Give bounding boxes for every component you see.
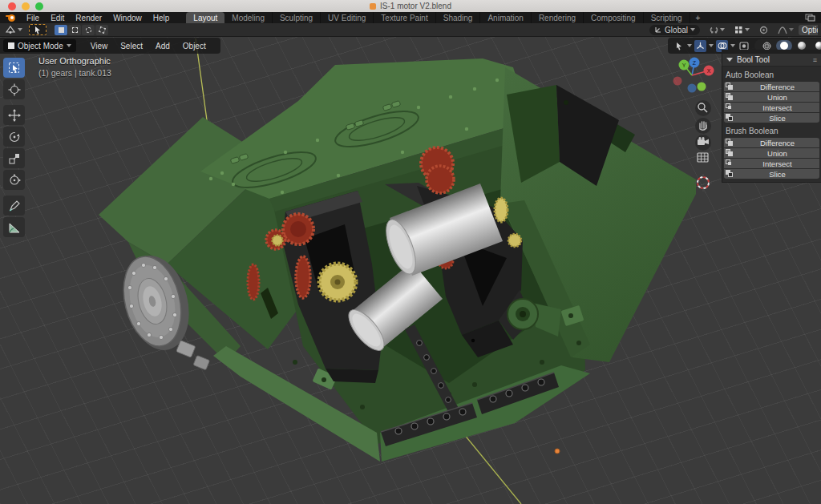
axis-gizmo[interactable]: Y Z X bbox=[673, 58, 714, 93]
magnet-icon bbox=[710, 26, 718, 34]
tool-rotate[interactable] bbox=[3, 127, 25, 147]
mode-label: Object Mode bbox=[18, 42, 63, 50]
cursor-tool-icon bbox=[8, 83, 21, 96]
boolean-union-icon bbox=[726, 149, 735, 157]
show-gizmo-toggle[interactable] bbox=[694, 40, 706, 52]
viewport-menu-view[interactable]: View bbox=[84, 42, 115, 50]
tool-transform[interactable] bbox=[3, 170, 25, 190]
bool-tool-panel: Bool Tool ≡ Auto Boolean Difference Unio… bbox=[722, 50, 821, 183]
scale-icon bbox=[8, 152, 21, 165]
snap-toggle[interactable] bbox=[710, 25, 725, 35]
viewport-camera-button[interactable] bbox=[695, 135, 711, 151]
object-mode-icon bbox=[8, 42, 14, 49]
auto-intersect-button[interactable]: Intersect bbox=[724, 103, 819, 112]
tool-cursor[interactable] bbox=[3, 79, 25, 99]
blender-window: IS-1 motor V2.blend File Edit Render Win… bbox=[0, 0, 821, 504]
select-mode-tweak[interactable] bbox=[55, 25, 67, 35]
boolean-intersect-icon bbox=[726, 103, 735, 111]
active-tool-select-box[interactable] bbox=[29, 24, 47, 35]
workspace-tabs: Layout Modeling Sculpting UV Editing Tex… bbox=[186, 12, 706, 23]
select-mode-circle[interactable] bbox=[82, 25, 95, 35]
auto-difference-button[interactable]: Difference bbox=[724, 82, 819, 91]
gizmo-icon bbox=[696, 42, 705, 50]
snap-settings-dropdown[interactable] bbox=[734, 25, 750, 35]
snap-increment-icon bbox=[734, 26, 743, 34]
viewport-menu-object[interactable]: Object bbox=[176, 42, 212, 50]
menu-file[interactable]: File bbox=[21, 14, 45, 22]
editor-type-selector[interactable] bbox=[5, 25, 22, 35]
auto-slice-button[interactable]: Slice bbox=[724, 113, 819, 123]
annotate-pen-icon bbox=[8, 200, 21, 212]
mode-dropdown[interactable]: Object Mode bbox=[3, 39, 76, 52]
boolean-union-icon bbox=[726, 93, 735, 101]
viewport-pan-button[interactable] bbox=[695, 118, 711, 134]
tool-measure[interactable] bbox=[3, 217, 25, 237]
tool-scale[interactable] bbox=[3, 148, 25, 168]
axis-z-neg-ball[interactable] bbox=[688, 84, 697, 93]
scene-layout-icon[interactable] bbox=[805, 14, 816, 22]
tab-scripting[interactable]: Scripting bbox=[644, 12, 690, 23]
xray-icon bbox=[739, 42, 749, 50]
axis-y-neg-ball[interactable] bbox=[698, 83, 706, 91]
boolean-slice-icon bbox=[726, 170, 735, 178]
viewport-menu-select[interactable]: Select bbox=[114, 42, 149, 50]
select-mode-box[interactable] bbox=[68, 25, 81, 35]
proportional-falloff-dropdown[interactable] bbox=[778, 25, 794, 35]
svg-text:X: X bbox=[707, 68, 711, 74]
tab-shading[interactable]: Shading bbox=[436, 12, 481, 23]
brush-boolean-label: Brush Boolean bbox=[722, 123, 821, 138]
solid-sphere-icon bbox=[780, 42, 788, 50]
proportional-editing-toggle[interactable] bbox=[759, 25, 768, 35]
blend-file-icon bbox=[370, 3, 376, 10]
tool-annotate[interactable] bbox=[3, 196, 25, 216]
viewport-menu-add[interactable]: Add bbox=[149, 42, 176, 50]
menu-bar: File Edit Render Window Help Layout Mode… bbox=[0, 12, 821, 23]
titlebar: IS-1 motor V2.blend bbox=[0, 0, 821, 12]
menu-render[interactable]: Render bbox=[70, 14, 107, 22]
brush-slice-button[interactable]: Slice bbox=[724, 169, 819, 179]
tab-sculpting[interactable]: Sculpting bbox=[273, 12, 321, 23]
menu-window[interactable]: Window bbox=[107, 14, 148, 22]
tool-move[interactable] bbox=[3, 105, 25, 125]
tab-rendering[interactable]: Rendering bbox=[532, 12, 584, 23]
axis-x-neg-ball[interactable] bbox=[673, 77, 682, 86]
tab-animation[interactable]: Animation bbox=[480, 12, 531, 23]
options-button[interactable]: Options bbox=[799, 25, 818, 35]
boolean-difference-icon bbox=[726, 83, 735, 91]
viewport-zoom-button[interactable] bbox=[695, 100, 711, 116]
object-origin-dot bbox=[555, 449, 560, 454]
tab-texture-paint[interactable]: Texture Paint bbox=[374, 12, 435, 23]
tool-select-box[interactable] bbox=[3, 58, 25, 78]
material-sphere-icon bbox=[798, 42, 806, 50]
navigation-gizmo-cluster: Y Z X bbox=[664, 54, 722, 171]
menu-help[interactable]: Help bbox=[148, 14, 176, 22]
viewport-perspective-toggle[interactable] bbox=[698, 153, 708, 162]
toolbar bbox=[3, 58, 25, 237]
bool-tool-panel-header[interactable]: Bool Tool ≡ bbox=[722, 54, 821, 67]
auto-union-button[interactable]: Union bbox=[724, 92, 819, 102]
panel-menu-icon[interactable]: ≡ bbox=[813, 56, 817, 64]
tab-modeling[interactable]: Modeling bbox=[224, 12, 273, 23]
add-workspace-button[interactable]: + bbox=[690, 12, 706, 23]
blender-logo-icon[interactable] bbox=[6, 14, 16, 22]
brush-intersect-button[interactable]: Intersect bbox=[724, 159, 819, 168]
select-mode-lasso[interactable] bbox=[95, 25, 108, 35]
window-title-wrap: IS-1 motor V2.blend bbox=[0, 0, 821, 12]
transform-icon bbox=[8, 174, 21, 187]
brush-difference-button[interactable]: Difference bbox=[724, 138, 819, 147]
transform-orientation-dropdown[interactable]: Global bbox=[649, 25, 700, 35]
cursor-3d bbox=[694, 174, 712, 192]
menu-edit[interactable]: Edit bbox=[45, 14, 70, 22]
wireframe-sphere-icon bbox=[762, 42, 771, 50]
tab-layout[interactable]: Layout bbox=[186, 12, 224, 23]
proportional-circle-icon bbox=[759, 26, 768, 34]
selectability-dropdown[interactable] bbox=[673, 40, 685, 52]
brush-union-button[interactable]: Union bbox=[724, 148, 819, 158]
auto-boolean-buttons: Difference Union Intersect Slice bbox=[724, 82, 819, 123]
orientation-value: Global bbox=[665, 26, 688, 34]
tab-uv-editing[interactable]: UV Editing bbox=[321, 12, 374, 23]
tab-compositing[interactable]: Compositing bbox=[584, 12, 644, 23]
orientation-axes-icon bbox=[654, 26, 662, 34]
viewport-3d[interactable]: Object Mode View Select Add Object bbox=[0, 37, 821, 504]
viewport-header: Object Mode View Select Add Object bbox=[0, 38, 220, 54]
